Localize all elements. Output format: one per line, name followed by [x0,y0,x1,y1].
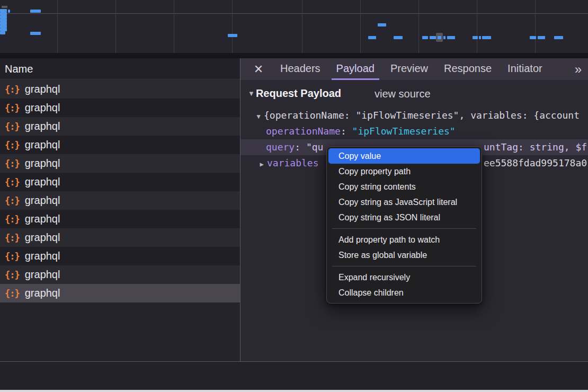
overview-bottom-strip [0,53,588,58]
tab-response[interactable]: Response [439,58,496,80]
tab-initiator[interactable]: Initiator [503,58,547,80]
request-timing-bar [554,36,563,39]
request-timing-bar [0,31,5,34]
json-braces-icon: {:} [5,84,20,95]
request-row[interactable]: {:}graphql [0,80,240,99]
request-timing-bar [2,6,7,8]
request-row[interactable]: {:}graphql [0,265,240,284]
menu-item-copy-string-contents[interactable]: Copy string contents [328,179,480,194]
name-column-header[interactable]: Name [0,58,240,79]
json-braces-icon: {:} [5,121,20,132]
collapse-triangle-icon[interactable]: ▼ [248,90,255,97]
detail-tabs: HeadersPayloadPreviewResponseInitiator [272,58,550,80]
request-name: graphql [25,231,60,244]
request-timing-bar [394,36,403,39]
json-braces-icon: {:} [5,195,20,206]
json-braces-icon: {:} [5,103,20,113]
request-timing-bar [30,32,41,35]
json-root-summary: {operationName: "ipFlowTimeseries", vari… [264,110,580,121]
request-row[interactable]: {:}graphql [0,247,240,265]
request-name: graphql [25,83,60,95]
request-name: graphql [25,176,60,188]
expand-triangle-icon[interactable]: ▶ [256,156,267,171]
key-separator: : [295,141,306,153]
json-root-row[interactable]: ▼{operationName: "ipFlowTimeseries", var… [240,108,588,123]
json-braces-icon: {:} [5,140,20,150]
request-name: graphql [25,250,60,262]
devtools-network-panel: Name {:}graphql{:}graphql{:}graphql{:}gr… [0,0,588,392]
more-tabs-icon[interactable]: » [575,58,581,80]
property-key: operationName [266,126,341,137]
property-key: variables [267,157,319,168]
tab-headers[interactable]: Headers [275,58,325,80]
menu-item-copy-string-as-json-literal[interactable]: Copy string as JSON literal [328,210,480,225]
overview-divider-line [0,13,588,14]
request-payload-header[interactable]: ▼ Request Payload [248,87,341,100]
timeline-gridline [115,0,116,53]
menu-item-expand-recursively[interactable]: Expand recursively [328,270,480,285]
request-row[interactable]: {:}graphql [0,99,240,117]
json-braces-icon: {:} [5,270,20,280]
request-timing-bar [30,10,41,13]
timeline-gridline [302,0,302,53]
menu-item-store-as-global-variable[interactable]: Store as global variable [328,247,480,263]
close-icon[interactable]: ✕ [252,58,265,80]
request-timing-bar [8,10,10,13]
request-name: graphql [25,213,60,225]
section-title: Request Payload [256,87,341,100]
request-name: graphql [25,194,60,207]
window-bottom-edge [0,390,588,392]
property-value: "ipFlowTimeseries" [352,126,456,137]
menu-divider [332,228,476,229]
request-timing-bar [430,36,436,39]
network-overview-timeline[interactable] [0,0,588,53]
request-row[interactable]: {:}graphql [0,284,240,302]
key-separator: : [341,126,352,137]
timeline-gridline [477,0,477,53]
request-timing-bar [473,36,478,39]
timeline-gridline [174,0,174,53]
menu-item-copy-property-path[interactable]: Copy property path [328,164,480,179]
json-braces-icon: {:} [5,288,20,299]
tab-payload[interactable]: Payload [332,58,379,80]
request-timing-bar [438,36,441,39]
request-timing-bar [443,36,446,39]
context-menu: Copy valueCopy property pathCopy string … [326,146,482,304]
json-row-operation-name[interactable]: operationName: "ipFlowTimeseries" [240,123,588,139]
request-name: graphql [25,139,60,151]
request-row[interactable]: {:}graphql [0,191,240,210]
request-row[interactable]: {:}graphql [0,154,240,173]
json-braces-icon: {:} [5,214,20,225]
json-braces-icon: {:} [5,251,20,262]
menu-item-copy-value[interactable]: Copy value [328,148,480,164]
timeline-gridline [360,0,361,53]
request-rows: {:}graphql{:}graphql{:}graphql{:}graphql… [0,80,240,302]
request-name: graphql [25,157,60,170]
view-source-link[interactable]: view source [375,88,431,100]
request-row[interactable]: {:}graphql [0,210,240,228]
timeline-gridline [57,0,58,53]
request-row[interactable]: {:}graphql [0,136,240,154]
request-row[interactable]: {:}graphql [0,117,240,136]
menu-item-add-property-path-to-watch[interactable]: Add property path to watch [328,232,480,247]
property-value-fragment: ee5588fdad995178a0 [484,155,587,171]
request-timing-bar [530,36,536,39]
request-timing-bar [378,23,386,26]
request-timing-bar [422,36,428,39]
property-key: query [266,141,295,153]
status-footer [0,362,588,390]
json-braces-icon: {:} [5,177,20,188]
property-value-start: "qu [306,141,324,153]
json-braces-icon: {:} [5,158,20,169]
request-name: graphql [25,287,60,299]
menu-item-copy-string-as-javascript-literal[interactable]: Copy string as JavaScript literal [328,194,480,210]
request-row[interactable]: {:}graphql [0,173,240,191]
menu-item-collapse-children[interactable]: Collapse children [328,285,480,300]
request-timing-bar [482,36,491,39]
request-timing-bar [228,34,237,37]
expand-triangle-icon[interactable]: ▼ [253,109,264,123]
tab-preview[interactable]: Preview [386,58,433,80]
request-row[interactable]: {:}graphql [0,228,240,247]
request-name: graphql [25,102,60,114]
request-timing-bar [479,36,481,39]
